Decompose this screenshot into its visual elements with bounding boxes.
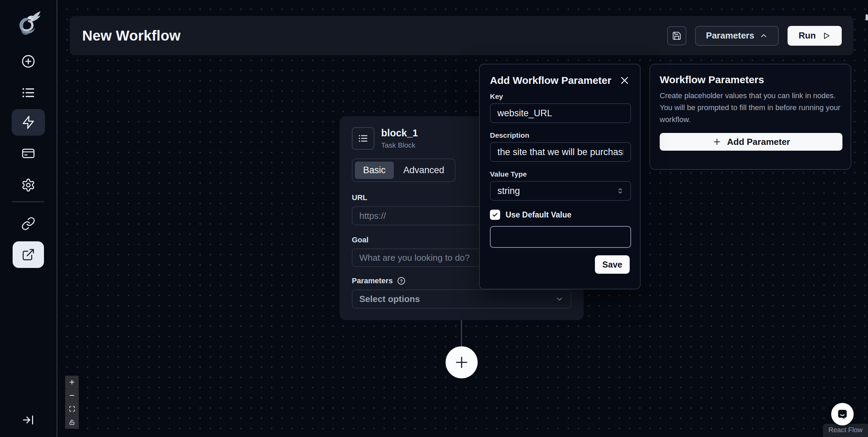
sidebar: [0, 0, 57, 437]
sidebar-collapse-button[interactable]: [19, 411, 37, 429]
header-actions: Parameters Run: [667, 26, 842, 46]
zap-icon: [21, 115, 35, 130]
description-label: Description: [490, 131, 630, 139]
panel-title: Workflow Parameters: [660, 74, 841, 86]
plus-icon: [453, 354, 470, 371]
sidebar-item-external-active[interactable]: [13, 241, 44, 268]
workflow-header: New Workflow Parameters Run: [70, 16, 853, 55]
flow-edge: [461, 320, 462, 346]
value-type-selected: string: [497, 186, 520, 196]
parameters-toggle-button[interactable]: Parameters: [695, 26, 779, 46]
save-workflow-button[interactable]: [667, 26, 686, 45]
sidebar-item-settings[interactable]: [19, 176, 37, 194]
chevron-up-icon: [760, 32, 768, 40]
description-input[interactable]: [490, 142, 631, 162]
svg-text:?: ?: [400, 279, 403, 284]
block-name[interactable]: block_1: [381, 127, 418, 139]
skyvern-logo: [14, 10, 43, 37]
add-parameter-button[interactable]: Add Parameter: [660, 133, 842, 151]
chevrons-up-down-icon: [616, 187, 624, 195]
plus-circle-icon: [21, 54, 36, 69]
value-type-select[interactable]: string: [490, 181, 631, 201]
tab-advanced[interactable]: Advanced: [395, 162, 452, 179]
lock-button[interactable]: [65, 416, 79, 429]
external-link-icon: [21, 248, 35, 261]
add-workflow-parameter-modal: Add Workflow Parameter Key Description V…: [479, 64, 641, 289]
block-icon-box: [352, 127, 374, 150]
link-icon: [21, 216, 35, 231]
react-flow-attribution[interactable]: React Flow: [823, 424, 868, 437]
plus-icon: [69, 379, 75, 386]
arrow-right-to-line-icon: [21, 413, 35, 427]
parameters-button-label: Parameters: [706, 30, 754, 41]
zoom-in-button[interactable]: [65, 376, 79, 389]
key-input[interactable]: [490, 103, 631, 123]
chevron-down-icon: [555, 295, 564, 303]
default-value-input[interactable]: [490, 226, 631, 248]
key-label: Key: [490, 92, 630, 101]
flow-controls: [65, 376, 79, 429]
parameters-select-placeholder: Select options: [359, 294, 420, 304]
tab-basic[interactable]: Basic: [355, 162, 394, 179]
close-icon[interactable]: [619, 75, 630, 86]
lock-icon: [69, 419, 75, 425]
chat-messenger-icon: [836, 408, 849, 421]
credit-card-icon: [21, 146, 35, 161]
sidebar-divider: [12, 201, 44, 202]
modal-title: Add Workflow Parameter: [490, 75, 611, 86]
block-type: Task Block: [381, 141, 418, 149]
parameters-select[interactable]: Select options: [352, 289, 571, 308]
check-icon: [492, 211, 498, 218]
minus-icon: [69, 392, 75, 399]
use-default-value-row[interactable]: Use Default Value: [490, 210, 630, 220]
zoom-out-button[interactable]: [65, 389, 79, 402]
add-parameter-label: Add Parameter: [727, 137, 790, 147]
plus-icon: [712, 137, 722, 147]
block-tabs: Basic Advanced: [352, 159, 455, 182]
sidebar-item-integrations[interactable]: [19, 215, 37, 232]
save-icon: [672, 31, 682, 41]
support-chat-button[interactable]: [831, 403, 854, 425]
gear-icon: [21, 178, 35, 192]
workflow-parameters-panel: Workflow Parameters Create placeholder v…: [649, 64, 851, 170]
sidebar-item-workflows-active[interactable]: [12, 109, 45, 136]
parameters-label: Parameters: [352, 276, 393, 285]
dragon-logo-icon: [14, 10, 43, 37]
sidebar-item-billing[interactable]: [19, 145, 37, 162]
run-workflow-button[interactable]: Run: [788, 26, 842, 46]
sidebar-item-runs[interactable]: [19, 84, 37, 102]
modal-save-button[interactable]: Save: [595, 255, 630, 274]
block-title-group: block_1 Task Block: [381, 127, 418, 149]
workflow-title[interactable]: New Workflow: [82, 28, 181, 44]
scrollbar-thumb[interactable]: [866, 14, 868, 20]
value-type-label: Value Type: [490, 170, 630, 178]
add-block-button[interactable]: [446, 346, 478, 378]
run-button-label: Run: [798, 30, 816, 41]
use-default-value-checkbox[interactable]: [490, 210, 500, 220]
fit-view-icon: [69, 406, 75, 412]
list-icon: [358, 133, 369, 144]
use-default-value-label[interactable]: Use Default Value: [506, 210, 571, 220]
help-circle-icon[interactable]: ?: [397, 276, 406, 285]
sidebar-item-create[interactable]: [19, 52, 37, 70]
play-icon: [822, 31, 831, 40]
list-icon: [21, 85, 36, 100]
panel-description: Create placeholder values that you can l…: [660, 90, 844, 125]
fit-view-button[interactable]: [65, 402, 79, 416]
